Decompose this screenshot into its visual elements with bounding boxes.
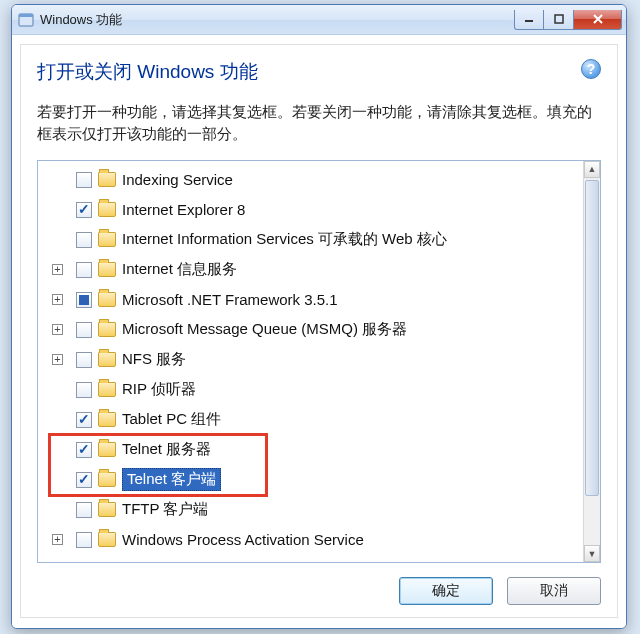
feature-checkbox[interactable] [76,502,92,518]
folder-icon [98,172,116,187]
feature-checkbox[interactable] [76,262,92,278]
feature-label[interactable]: Microsoft Message Queue (MSMQ) 服务器 [122,320,407,339]
svg-rect-3 [555,15,563,23]
svg-rect-2 [525,20,533,22]
scroll-up-button[interactable]: ▲ [584,161,600,178]
tree-viewport: Indexing ServiceInternet Explorer 8Inter… [38,161,583,562]
vertical-scrollbar[interactable]: ▲ ▼ [583,161,600,562]
window-title: Windows 功能 [40,11,514,29]
feature-checkbox[interactable] [76,292,92,308]
ok-button[interactable]: 确定 [399,577,493,605]
tree-item[interactable]: +Windows Process Activation Service [42,525,583,555]
tree-item[interactable]: TFTP 客户端 [42,495,583,525]
app-icon [18,12,34,28]
feature-label[interactable]: Tablet PC 组件 [122,410,221,429]
tree-item[interactable]: +NFS 服务 [42,345,583,375]
expand-icon[interactable]: + [52,354,63,365]
feature-checkbox[interactable] [76,532,92,548]
feature-checkbox[interactable] [76,322,92,338]
folder-icon [98,352,116,367]
folder-icon [98,502,116,517]
folder-icon [98,262,116,277]
titlebar[interactable]: Windows 功能 [12,5,626,35]
folder-icon [98,382,116,397]
feature-label[interactable]: TFTP 客户端 [122,500,208,519]
tree-item[interactable]: Tablet PC 组件 [42,405,583,435]
svg-rect-1 [19,14,33,17]
feature-label[interactable]: Windows Process Activation Service [122,531,364,548]
feature-checkbox[interactable] [76,172,92,188]
tree-item[interactable]: +Microsoft .NET Framework 3.5.1 [42,285,583,315]
window-controls [514,10,622,30]
feature-label[interactable]: Internet Information Services 可承载的 Web 核… [122,230,447,249]
feature-checkbox[interactable] [76,202,92,218]
feature-checkbox[interactable] [76,232,92,248]
scroll-thumb[interactable] [585,180,599,496]
feature-label[interactable]: NFS 服务 [122,350,186,369]
feature-label[interactable]: Internet Explorer 8 [122,201,245,218]
tree-item[interactable]: Internet Information Services 可承载的 Web 核… [42,225,583,255]
content-panel: ? 打开或关闭 Windows 功能 若要打开一种功能，请选择其复选框。若要关闭… [20,44,618,618]
expand-icon[interactable]: + [52,324,63,335]
feature-label[interactable]: Microsoft .NET Framework 3.5.1 [122,291,338,308]
cancel-button[interactable]: 取消 [507,577,601,605]
close-button[interactable] [574,10,622,30]
feature-checkbox[interactable] [76,382,92,398]
features-tree: Indexing ServiceInternet Explorer 8Inter… [37,160,601,563]
feature-label[interactable]: Telnet 服务器 [122,440,211,459]
folder-icon [98,292,116,307]
maximize-button[interactable] [544,10,574,30]
feature-label[interactable]: Indexing Service [122,171,233,188]
tree-item[interactable]: +Microsoft Message Queue (MSMQ) 服务器 [42,315,583,345]
feature-checkbox[interactable] [76,352,92,368]
scroll-down-button[interactable]: ▼ [584,545,600,562]
feature-label[interactable]: RIP 侦听器 [122,380,196,399]
feature-checkbox[interactable] [76,442,92,458]
folder-icon [98,232,116,247]
expand-icon[interactable]: + [52,294,63,305]
tree-item[interactable]: Indexing Service [42,165,583,195]
tree-item[interactable]: Telnet 客户端 [42,465,583,495]
tree-item[interactable]: Telnet 服务器 [42,435,583,465]
tree-item[interactable]: +Internet 信息服务 [42,255,583,285]
feature-label[interactable]: Internet 信息服务 [122,260,237,279]
windows-features-dialog: Windows 功能 ? 打开或关闭 Windows 功能 若要打开一种功能，请… [11,4,627,629]
expand-icon[interactable]: + [52,534,63,545]
dialog-buttons: 确定 取消 [37,577,601,605]
instruction-text: 若要打开一种功能，请选择其复选框。若要关闭一种功能，请清除其复选框。填充的框表示… [37,101,601,146]
minimize-button[interactable] [514,10,544,30]
expand-icon[interactable]: + [52,264,63,275]
folder-icon [98,202,116,217]
tree-item[interactable]: RIP 侦听器 [42,375,583,405]
folder-icon [98,412,116,427]
feature-checkbox[interactable] [76,472,92,488]
folder-icon [98,442,116,457]
page-title: 打开或关闭 Windows 功能 [37,59,601,85]
feature-checkbox[interactable] [76,412,92,428]
help-icon[interactable]: ? [581,59,601,79]
folder-icon [98,322,116,337]
client-area: ? 打开或关闭 Windows 功能 若要打开一种功能，请选择其复选框。若要关闭… [12,35,626,628]
folder-icon [98,532,116,547]
folder-icon [98,472,116,487]
tree-item[interactable]: Internet Explorer 8 [42,195,583,225]
feature-label[interactable]: Telnet 客户端 [122,468,221,491]
scroll-track[interactable] [584,178,600,545]
